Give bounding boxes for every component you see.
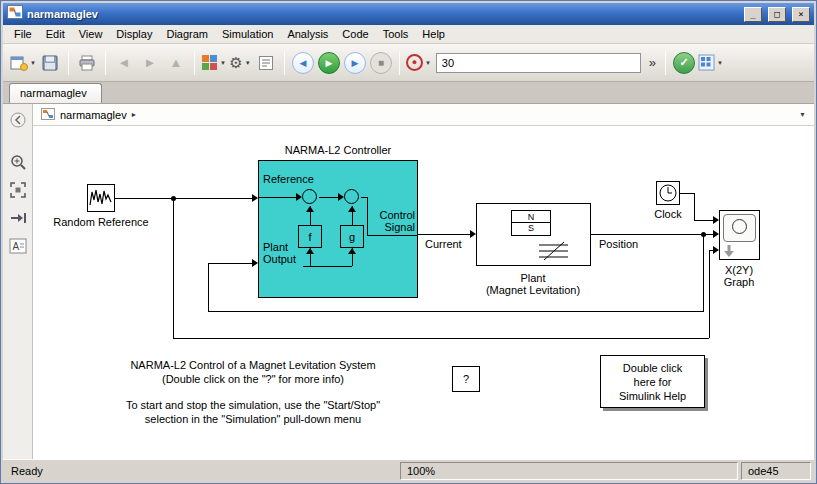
status-text: Ready: [3, 465, 400, 477]
model-config-button[interactable]: [254, 50, 278, 76]
signal-line-feedback[interactable]: [208, 263, 209, 311]
menu-simulation[interactable]: Simulation: [215, 26, 280, 42]
chevron-down-icon[interactable]: ▼: [220, 60, 226, 66]
clock-icon: [657, 182, 679, 204]
controller-control-signal-label: Signal: [363, 221, 415, 233]
signal-line-clock[interactable]: [680, 193, 694, 194]
menu-display[interactable]: Display: [109, 26, 159, 42]
print-button[interactable]: [75, 50, 99, 76]
signal-line-reference-branch[interactable]: [173, 198, 174, 338]
breadcrumb: narmamaglev ▸ ▼: [33, 104, 814, 126]
signal-line-feedback[interactable]: [208, 263, 252, 264]
run-glyph: ▶: [325, 58, 332, 68]
random-reference-label: Random Reference: [21, 216, 181, 228]
menu-edit[interactable]: Edit: [39, 26, 72, 42]
tab-bar: narmamaglev: [3, 82, 814, 104]
window-title: narmamaglev: [27, 8, 738, 20]
annotation-line: (Double click on the "?" for more info): [103, 372, 403, 386]
build-icon: [698, 54, 715, 71]
build-button[interactable]: ▼: [698, 50, 723, 76]
diagram-canvas[interactable]: Random Reference NARMA-L2 Controller Ref…: [33, 126, 814, 459]
close-button[interactable]: ×: [792, 7, 810, 22]
toolbar-separator: [284, 51, 285, 75]
signal-line-clock[interactable]: [694, 220, 713, 221]
menu-tools[interactable]: Tools: [376, 26, 416, 42]
annotation-button[interactable]: A: [6, 234, 30, 258]
narma-controller-block[interactable]: Reference f g: [258, 160, 418, 298]
annotation-line: selection in the "Simulation" pull-down …: [103, 412, 403, 426]
status-bar: Ready 100% ode45: [3, 459, 814, 481]
library-browser-button[interactable]: ▼: [201, 50, 226, 76]
zoom-icon: [9, 153, 27, 171]
random-reference-block[interactable]: [87, 184, 115, 212]
xy-graph-block[interactable]: [719, 210, 760, 260]
step-back-glyph: ◀: [299, 58, 306, 68]
clock-label: Clock: [638, 208, 698, 220]
chevron-down-icon[interactable]: ▼: [30, 60, 36, 66]
back-button[interactable]: ◄: [112, 50, 136, 76]
signal-line-feedback[interactable]: [208, 311, 704, 312]
signal-line-clock[interactable]: [694, 193, 695, 220]
step-forward-button[interactable]: ▶: [343, 50, 367, 76]
fit-view-icon: [9, 181, 27, 199]
signal-line-feedback[interactable]: [703, 234, 704, 311]
tab-label: narmamaglev: [20, 87, 87, 99]
plant-block[interactable]: N S: [476, 203, 591, 266]
maximize-button[interactable]: □: [768, 7, 786, 22]
annotation-line: NARMA-L2 Control of a Magnet Levitation …: [103, 358, 403, 372]
stop-glyph: ■: [378, 57, 384, 68]
fit-view-button[interactable]: [6, 178, 30, 202]
gear-icon: ⚙: [229, 54, 242, 72]
new-model-icon: [10, 55, 28, 71]
simulink-help-block[interactable]: Double click here for Simulink Help: [600, 355, 705, 408]
tab-narmamaglev[interactable]: narmamaglev: [9, 83, 102, 103]
record-dot: ●: [412, 58, 417, 67]
signal-line-reference[interactable]: [115, 198, 253, 199]
zoom-value: 100%: [407, 465, 435, 477]
signal-line-current[interactable]: [418, 234, 470, 235]
check-glyph: ✓: [679, 56, 688, 69]
up-button[interactable]: ▲: [164, 50, 188, 76]
menu-code[interactable]: Code: [335, 26, 375, 42]
step-back-button[interactable]: ◀: [291, 50, 315, 76]
magnet-north-label: N: [528, 212, 535, 222]
run-button[interactable]: ▶: [317, 50, 341, 76]
menu-analysis[interactable]: Analysis: [280, 26, 335, 42]
help-line: here for: [601, 375, 704, 389]
menu-view[interactable]: View: [72, 26, 110, 42]
stop-button[interactable]: ■: [369, 50, 393, 76]
record-icon: ●: [406, 54, 423, 71]
menu-file[interactable]: File: [7, 26, 39, 42]
clock-block[interactable]: [656, 181, 680, 205]
stop-time-input[interactable]: [436, 53, 641, 73]
menu-diagram[interactable]: Diagram: [159, 26, 215, 42]
hide-browser-button[interactable]: [6, 108, 30, 132]
chevron-down-icon[interactable]: ▼: [717, 60, 723, 66]
zoom-button[interactable]: [6, 150, 30, 174]
toolbar-overflow-button[interactable]: »: [649, 55, 656, 70]
controller-internal-line: [319, 197, 338, 198]
chevron-down-icon[interactable]: ▼: [425, 60, 431, 66]
new-model-button[interactable]: ▼: [10, 50, 36, 76]
controller-plant-output-label: Output: [263, 253, 296, 265]
save-button[interactable]: [38, 50, 62, 76]
settings-button[interactable]: ⚙ ▼: [228, 50, 252, 76]
g-function-block: g: [340, 225, 364, 248]
question-label: ?: [463, 373, 469, 385]
waveform-icon: [88, 185, 114, 211]
record-button[interactable]: ● ▼: [406, 50, 431, 76]
menu-help[interactable]: Help: [415, 26, 452, 42]
signal-line-position[interactable]: [591, 234, 713, 235]
magnet-south-label: S: [528, 223, 534, 233]
simulink-window: narmamaglev _ □ × File Edit View Display…: [0, 0, 817, 484]
title-bar[interactable]: narmamaglev _ □ ×: [3, 3, 814, 25]
minimize-button[interactable]: _: [744, 7, 762, 22]
graph-label: X(2Y): [709, 264, 769, 276]
chevron-down-icon[interactable]: ▼: [245, 60, 251, 66]
breadcrumb-model[interactable]: narmamaglev: [60, 109, 127, 121]
update-diagram-button[interactable]: ✓: [672, 50, 696, 76]
breadcrumb-dropdown-icon[interactable]: ▼: [799, 111, 806, 118]
signal-line-reference-branch[interactable]: [173, 338, 709, 339]
forward-button[interactable]: ►: [138, 50, 162, 76]
question-block[interactable]: ?: [452, 366, 480, 392]
